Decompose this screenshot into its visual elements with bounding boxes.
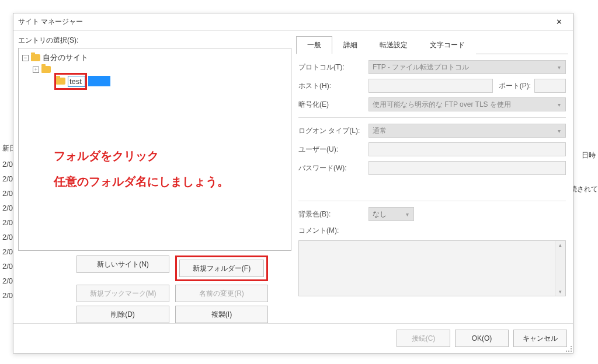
encryption-select[interactable]: 使用可能なら明示的な FTP over TLS を使用 — [368, 97, 566, 111]
comment-box[interactable]: ▴ ▾ — [298, 240, 566, 296]
expand-icon[interactable]: + — [33, 66, 39, 73]
comment-textarea[interactable] — [299, 241, 555, 296]
new-site-button[interactable]: 新しいサイト(N) — [77, 256, 169, 273]
ok-button[interactable]: OK(O) — [455, 330, 509, 347]
button-grid: 新しいサイト(N) 新規フォルダー(F) 新規ブックマーク(M) 名前の変更(R… — [18, 256, 291, 323]
form-general: プロトコル(T): FTP - ファイル転送プロトコル ホスト(H): ポート(… — [296, 54, 568, 296]
connect-button: 接続(C) — [397, 330, 450, 347]
port-label: ポート(P): — [499, 81, 531, 91]
tab-transfer[interactable]: 転送設定 — [368, 36, 419, 54]
annotation-text: フォルダをクリック 任意のフォルダ名にしましょう。 — [54, 143, 229, 194]
tree-edit-row[interactable]: test — [22, 75, 287, 87]
rename-button: 名前の変更(R) — [175, 285, 268, 302]
tab-charset[interactable]: 文字コード — [419, 36, 476, 54]
site-manager-dialog: サイト マネージャー エントリの選択(S): − 自分のサイト + — [13, 13, 573, 354]
encryption-label: 暗号化(E) — [298, 100, 368, 110]
folder-name-input[interactable]: test — [68, 76, 85, 87]
dialog-footer: 接続(C) OK(O) キャンセル — [13, 323, 573, 353]
scroll-down-icon[interactable]: ▾ — [559, 288, 562, 296]
bgcolor-label: 背景色(B): — [298, 209, 368, 219]
resize-grip-icon[interactable] — [565, 345, 572, 352]
selection-highlight — [88, 76, 110, 86]
user-input[interactable] — [368, 142, 566, 156]
bgcolor-select[interactable]: なし — [368, 207, 414, 221]
titlebar: サイト マネージャー — [13, 13, 573, 31]
tree-root-row[interactable]: − 自分のサイト — [22, 52, 287, 64]
new-folder-button[interactable]: 新規フォルダー(F) — [179, 260, 264, 277]
bg-right-text: 続されて — [570, 184, 598, 194]
duplicate-button[interactable]: 複製(I) — [175, 306, 268, 323]
dialog-title: サイト マネージャー — [18, 17, 547, 27]
folder-icon — [56, 78, 65, 85]
folder-icon — [31, 54, 40, 61]
tabs: 一般 詳細 転送設定 文字コード — [296, 36, 568, 54]
logon-type-label: ログオン タイプ(L): — [298, 126, 368, 136]
logon-type-select[interactable]: 通常 — [368, 124, 566, 138]
folder-icon — [41, 66, 51, 73]
tree-root-label: 自分のサイト — [43, 52, 88, 63]
site-tree[interactable]: − 自分のサイト + test フォルダをクリッ — [18, 48, 291, 251]
password-label: パスワード(W): — [298, 163, 368, 173]
entry-select-label: エントリの選択(S): — [18, 36, 291, 46]
host-label: ホスト(H): — [298, 81, 368, 91]
password-input[interactable] — [368, 161, 566, 175]
host-input[interactable] — [368, 79, 493, 93]
right-pane: 一般 詳細 転送設定 文字コード プロトコル(T): FTP - ファイル転送プ… — [296, 36, 568, 323]
left-pane: エントリの選択(S): − 自分のサイト + test — [18, 36, 291, 323]
protocol-label: プロトコル(T): — [298, 62, 368, 72]
comment-label: コメント(M): — [298, 226, 368, 236]
close-icon[interactable] — [547, 14, 571, 30]
tab-detailed[interactable]: 詳細 — [332, 36, 368, 54]
user-label: ユーザー(U): — [298, 145, 368, 155]
protocol-select[interactable]: FTP - ファイル転送プロトコル — [368, 60, 566, 74]
port-input[interactable] — [534, 79, 566, 93]
collapse-icon[interactable]: − — [22, 55, 29, 61]
new-bookmark-button: 新規ブックマーク(M) — [77, 285, 169, 302]
annotation-highlight-button: 新規フォルダー(F) — [175, 256, 268, 281]
delete-button[interactable]: 削除(D) — [77, 306, 169, 323]
cancel-button[interactable]: キャンセル — [513, 330, 567, 347]
annotation-highlight: test — [54, 73, 87, 90]
scrollbar[interactable]: ▴ ▾ — [555, 241, 565, 296]
tab-general[interactable]: 一般 — [296, 36, 332, 54]
scroll-up-icon[interactable]: ▴ — [559, 241, 562, 249]
bg-col-header-right: 日時 — [582, 150, 596, 160]
